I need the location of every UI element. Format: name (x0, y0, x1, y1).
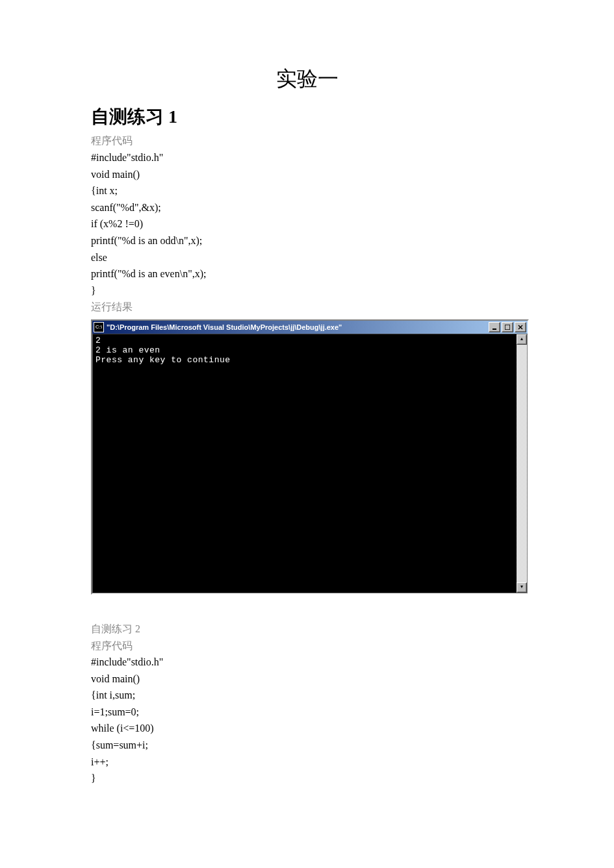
code-line: {int i,sum; (91, 687, 523, 704)
code-line: scanf("%d",&x); (91, 199, 523, 216)
code-line: else (91, 249, 523, 266)
console-output: 2 2 is an even Press any key to continue (93, 334, 527, 366)
code-line: #include"stdio.h" (91, 149, 523, 166)
document-page: 实验一 自测练习 1 程序代码 #include"stdio.h" void m… (0, 0, 614, 826)
svg-rect-1 (505, 325, 510, 330)
code-label-1: 程序代码 (91, 132, 523, 149)
code-line: {sum=sum+i; (91, 737, 523, 754)
code-line: {int x; (91, 182, 523, 199)
maximize-icon (505, 325, 510, 330)
close-icon (518, 325, 523, 330)
window-controls (489, 322, 526, 332)
console-scrollbar[interactable]: ▴ ▾ (517, 334, 527, 593)
page-title: 实验一 (91, 65, 523, 93)
console-body: 2 2 is an even Press any key to continue… (92, 334, 528, 593)
scroll-down-button[interactable]: ▾ (517, 582, 527, 593)
result-label-1: 运行结果 (91, 299, 523, 316)
console-window: C:\ "D:\Program Files\Microsoft Visual S… (91, 319, 529, 595)
code-line: if (x%2 !=0) (91, 216, 523, 232)
code-line: i=1;sum=0; (91, 704, 523, 721)
scroll-track[interactable] (517, 345, 527, 582)
section-2-header: 自测练习 2 (91, 621, 523, 638)
code-line: printf("%d is an odd\n",x); (91, 232, 523, 249)
close-button[interactable] (515, 322, 526, 332)
maximize-button[interactable] (502, 322, 513, 332)
section-1-header: 自测练习 1 (91, 105, 523, 129)
code-line: printf("%d is an even\n",x); (91, 266, 523, 282)
code-line: i++; (91, 754, 523, 771)
code-label-2: 程序代码 (91, 638, 523, 654)
console-icon: C:\ (94, 322, 104, 332)
console-title: "D:\Program Files\Microsoft Visual Studi… (107, 323, 489, 331)
svg-rect-0 (492, 329, 496, 330)
minimize-button[interactable] (489, 322, 500, 332)
code-line: } (91, 770, 523, 787)
code-line: while (i<=100) (91, 720, 523, 737)
code-line: #include"stdio.h" (91, 654, 523, 671)
code-line: void main() (91, 671, 523, 688)
minimize-icon (492, 325, 497, 330)
code-line: } (91, 282, 523, 299)
code-line: void main() (91, 166, 523, 183)
console-titlebar: C:\ "D:\Program Files\Microsoft Visual S… (92, 321, 528, 334)
scroll-up-button[interactable]: ▴ (517, 334, 527, 345)
